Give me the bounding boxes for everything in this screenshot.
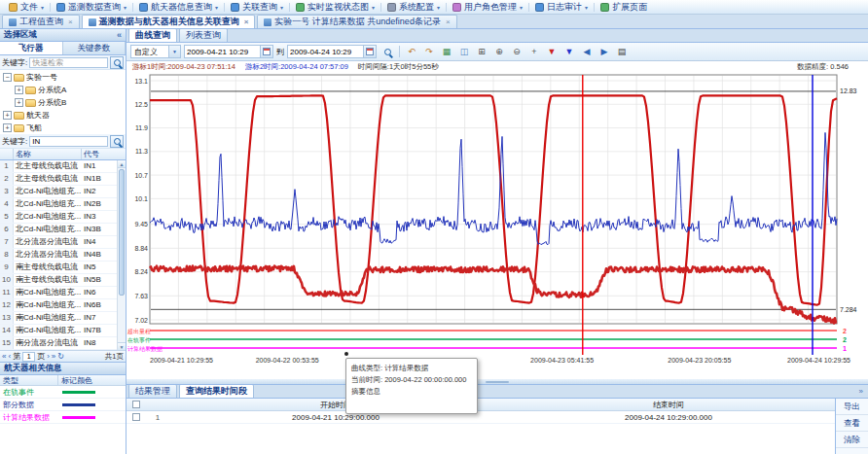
document-tab-3[interactable]: 实验一号 计算结果数据 共undefined条记录×: [257, 15, 456, 28]
param-row[interactable]: 9南主母线负载电流IN5: [0, 262, 117, 274]
scroll-up-icon[interactable]: ▲: [118, 160, 126, 168]
param-row[interactable]: 4北Cd-Ni电池组充...IN2B: [0, 198, 117, 211]
param-row[interactable]: 5北Cd-Ni电池组充...IN3: [0, 211, 117, 224]
save-image-icon[interactable]: ▦: [439, 44, 454, 59]
result-row[interactable]: 12009-04-21 10:29:00.0002009-04-24 10:29…: [127, 411, 835, 424]
param-search-button[interactable]: [110, 135, 124, 148]
date-to-calendar-button[interactable]: [363, 46, 376, 57]
menu-item-8[interactable]: 日志审计▾: [530, 1, 593, 14]
param-filter-input[interactable]: [29, 136, 108, 147]
document-tab-label: 实验一号 计算结果数据 共undefined条记录: [274, 16, 441, 28]
clear-button[interactable]: 清除: [836, 432, 868, 448]
quick-search-button[interactable]: [110, 56, 124, 69]
menu-item-9[interactable]: 扩展页面: [596, 1, 652, 14]
scroll-down-icon[interactable]: ▼: [118, 342, 126, 350]
keyword-label-1: 关键字:: [2, 57, 27, 68]
collapse-left-panel-icon[interactable]: «: [117, 30, 122, 40]
refresh-icon[interactable]: ↻: [57, 352, 64, 362]
page-number-input[interactable]: [22, 352, 35, 362]
date-to-input[interactable]: [288, 48, 363, 56]
param-row[interactable]: 2北主母线负载电流IN1B: [0, 173, 117, 186]
shift-left-icon[interactable]: ◀: [579, 44, 595, 59]
chart-area[interactable]: 13.112.511.911.310.710.19.458.848.247.63…: [127, 73, 868, 379]
expand-node-icon[interactable]: +: [15, 86, 23, 94]
date-from-calendar-button[interactable]: [260, 46, 272, 57]
date-to-field[interactable]: [287, 45, 377, 58]
param-row[interactable]: 10南主母线负载电流IN5B: [0, 274, 117, 287]
select-all-checkbox[interactable]: [132, 401, 140, 408]
legend-type-label: 计算结果数据: [0, 412, 58, 423]
add-red-cursor-icon[interactable]: ▼: [544, 44, 560, 59]
param-row[interactable]: 3北Cd-Ni电池组充...IN2: [0, 186, 117, 198]
param-row[interactable]: 14南Cd-Ni电池组充...IN7B: [0, 325, 117, 337]
collapse-node-icon[interactable]: −: [3, 73, 12, 82]
next-page-icon[interactable]: ›: [47, 352, 50, 362]
chevron-down-icon[interactable]: ▼: [168, 46, 180, 57]
export-button[interactable]: 导出: [836, 399, 868, 415]
last-page-icon[interactable]: »: [52, 352, 55, 362]
time-preset-combo[interactable]: 自定义 ▼: [130, 45, 181, 58]
telemetry-chart[interactable]: 13.112.511.911.310.710.19.458.848.247.63…: [127, 73, 868, 379]
document-tab-1[interactable]: 工程值查询×: [2, 15, 80, 28]
undo-icon[interactable]: ↶: [404, 44, 419, 59]
sidebar-tab-1[interactable]: 飞行器: [0, 42, 63, 54]
first-page-icon[interactable]: «: [2, 352, 6, 362]
param-row[interactable]: 11南Cd-Ni电池组充...IN6: [0, 287, 117, 299]
menu-item-3[interactable]: 航天器信息查询▾: [134, 1, 223, 14]
close-icon[interactable]: ×: [244, 18, 249, 26]
param-row[interactable]: 15南分流器分流电流IN8: [0, 337, 117, 350]
menu-item-4[interactable]: 关联查询▾: [226, 1, 288, 14]
param-col-name[interactable]: 名称: [14, 149, 82, 159]
menu-item-7[interactable]: 用户角色管理▾: [448, 1, 527, 14]
tree-node-2[interactable]: +分系统A: [0, 84, 126, 96]
param-row[interactable]: 8北分流器分流电流IN4B: [0, 249, 117, 262]
expand-node-icon[interactable]: +: [3, 123, 12, 132]
result-tab-1[interactable]: 结果管理: [128, 384, 177, 398]
menu-item-5[interactable]: 实时监视状态图▾: [291, 1, 380, 14]
menu-item-2[interactable]: 遥测数据查询▾: [52, 1, 131, 14]
param-row[interactable]: 1北主母线负载电流IN1: [0, 160, 117, 173]
view-tab-1[interactable]: 曲线查询: [128, 29, 177, 42]
quick-search-input[interactable]: [29, 57, 108, 68]
expand-node-icon[interactable]: +: [3, 111, 12, 120]
end-time-header[interactable]: 结束时间: [502, 400, 835, 410]
menu-item-6[interactable]: 系统配置▾: [382, 1, 445, 14]
prev-page-icon[interactable]: ‹: [8, 352, 11, 362]
copy-curve-icon[interactable]: ◫: [456, 44, 472, 59]
close-icon[interactable]: ×: [68, 18, 73, 26]
row-checkbox[interactable]: [132, 413, 140, 421]
view-button[interactable]: 查看: [836, 415, 868, 432]
scrollbar-thumb[interactable]: [119, 169, 125, 296]
param-col-code[interactable]: 代号: [82, 149, 126, 159]
document-tab-2[interactable]: 遥测数据与航天器相关信息关联查询×: [82, 15, 256, 28]
print-icon[interactable]: ▤: [614, 44, 630, 59]
query-icon[interactable]: [380, 44, 395, 59]
tree-node-1[interactable]: −实验一号: [0, 71, 126, 84]
tree-node-5[interactable]: +飞船: [0, 122, 126, 134]
param-table-scrollbar[interactable]: ▲ ▼: [117, 160, 126, 350]
menu-item-1[interactable]: 文件▾: [4, 1, 49, 14]
horizontal-splitter[interactable]: [127, 379, 868, 385]
zoom-box-icon[interactable]: ⊞: [474, 44, 489, 59]
collapse-bottom-panel-icon[interactable]: »: [859, 387, 863, 396]
pan-icon[interactable]: +: [526, 44, 542, 59]
date-from-input[interactable]: [185, 48, 260, 56]
param-row[interactable]: 12南Cd-Ni电池组充...IN6B: [0, 299, 117, 312]
date-from-field[interactable]: [184, 45, 273, 58]
sidebar-tab-2[interactable]: 关键参数: [63, 42, 127, 54]
redo-icon[interactable]: ↷: [421, 44, 437, 59]
tree-node-3[interactable]: +分系统B: [0, 96, 126, 109]
param-row[interactable]: 13南Cd-Ni电池组充...IN7: [0, 312, 117, 325]
expand-node-icon[interactable]: +: [15, 98, 23, 107]
param-row[interactable]: 7北分流器分流电流IN4: [0, 236, 117, 249]
close-icon[interactable]: ×: [446, 18, 451, 26]
tree-node-4[interactable]: +航天器: [0, 109, 126, 122]
add-blue-cursor-icon[interactable]: ▼: [561, 44, 577, 59]
view-tab-2[interactable]: 列表查询: [179, 29, 228, 42]
legend-type-label: 在轨事件: [0, 387, 58, 398]
zoom-in-icon[interactable]: ⊕: [491, 44, 507, 59]
shift-right-icon[interactable]: ▶: [597, 44, 612, 59]
param-row[interactable]: 6北Cd-Ni电池组充...IN3B: [0, 224, 117, 236]
zoom-out-icon[interactable]: ⊖: [509, 44, 524, 59]
result-tab-2[interactable]: 查询结果时间段: [179, 384, 254, 398]
